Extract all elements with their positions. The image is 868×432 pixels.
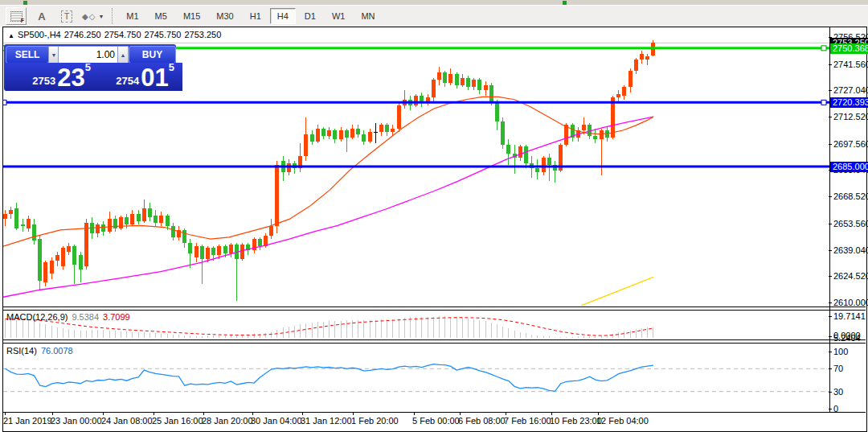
time-label: 24 Jan 08:00 (101, 416, 153, 426)
timeframe-button-m5[interactable]: M5 (148, 8, 174, 24)
sell-price-display[interactable]: 2753 23 5 (6, 63, 97, 91)
sell-price-prefix: 2753 (32, 73, 55, 89)
time-tick (551, 412, 552, 415)
axis-tick (829, 316, 832, 317)
timeframe-button-h4[interactable]: H4 (270, 8, 296, 24)
time-label: 12 Feb 04:00 (596, 416, 649, 426)
time-tick (203, 412, 204, 415)
timeframe-button-m1[interactable]: M1 (119, 8, 145, 24)
text-label-icon[interactable]: T (57, 8, 76, 24)
axis-label: 2712.520 (833, 112, 868, 121)
axis-tick (829, 90, 832, 91)
sell-price-pip: 5 (85, 63, 91, 72)
font-icon[interactable]: A (32, 8, 51, 24)
time-tick (302, 412, 303, 415)
pane-divider[interactable] (2, 339, 866, 340)
chevron-down-icon: ▼ (98, 14, 104, 19)
line-handle[interactable] (3, 100, 6, 105)
line-price-box: 2750.368 (830, 43, 868, 54)
time-tick (460, 412, 461, 415)
rsi-label: RSI(14)76.0078 (6, 346, 73, 356)
timeframe-button-w1[interactable]: W1 (325, 8, 353, 24)
sell-button[interactable]: SELL (6, 46, 49, 64)
timeframe-button-mn[interactable]: MN (354, 8, 382, 24)
trendline[interactable] (581, 277, 653, 305)
time-tick (103, 412, 104, 415)
axis-tick (829, 64, 832, 65)
ma-slow-line[interactable] (3, 117, 653, 297)
timeframe-button-d1[interactable]: D1 (297, 8, 323, 24)
rsi-indicator-canvas[interactable] (3, 344, 829, 412)
chart-toolbar: F A T ◆◇ ▼ M1M5M15M30H1H4D1W1MN (0, 6, 868, 27)
line-handle[interactable] (821, 46, 826, 51)
time-tick (598, 412, 599, 415)
time-label: 23 Jan 00:00 (51, 416, 102, 426)
time-tick (353, 412, 354, 415)
timeframe-button-m30[interactable]: M30 (209, 8, 240, 24)
time-tick (414, 412, 415, 415)
rsi-line[interactable] (6, 364, 653, 392)
shapes-icon[interactable]: ◆◇ ▼ (82, 8, 104, 24)
axis-label: 2697.560 (833, 139, 868, 149)
axis-tick (829, 196, 832, 197)
axis-tick (829, 409, 832, 409)
axis-tick (829, 352, 832, 352)
time-label: 6 Feb 08:00 (458, 416, 506, 426)
axis-label: 2668.520 (833, 191, 868, 201)
time-label: 10 Feb 23:00 (550, 416, 602, 426)
sell-price-main: 23 (57, 66, 84, 89)
status-dot (23, 1, 27, 5)
time-label: 5 Feb 00:00 (412, 416, 460, 426)
time-tick (5, 412, 6, 415)
line-price-box: 2685.000 (830, 162, 868, 172)
axis-tick (829, 224, 832, 224)
one-click-trade-panel: SELL ▼ ▲ BUY 2753 23 5 2754 01 5 (4, 44, 176, 91)
axis-tick (829, 368, 832, 369)
time-label: 7 Feb 16:00 (504, 416, 551, 426)
axis-label: 100 (833, 347, 848, 356)
axis-label: 19.7141 (833, 311, 866, 321)
mt4-application: F A T ◆◇ ▼ M1M5M15M30H1H4D1W1MN ▲SP500-,… (0, 0, 868, 432)
time-label: 21 Jan 2019 (3, 416, 52, 426)
axis-tick (829, 336, 832, 337)
axis-label: 2727.040 (833, 85, 868, 95)
timeframe-button-h1[interactable]: H1 (243, 8, 268, 24)
timeframe-buttons: M1M5M15M30H1H4D1W1MN (118, 8, 383, 24)
buy-price-main: 01 (141, 66, 168, 89)
axis-label: 2624.520 (833, 271, 868, 281)
upper-toolbar-remnant (0, 0, 868, 6)
axis-tick (829, 302, 832, 303)
buy-price-display[interactable]: 2754 01 5 (92, 63, 182, 91)
status-dot (563, 1, 567, 5)
template-f-label: F (21, 18, 24, 23)
macd-label: MACD(12,26,9)9.53843.7099 (6, 312, 130, 322)
buy-price-pip: 5 (169, 63, 174, 72)
line-handle[interactable] (821, 100, 826, 105)
axis-tick (829, 392, 832, 393)
toolbar-separator (112, 8, 113, 24)
axis-label: 2639.040 (833, 245, 868, 255)
time-tick (154, 412, 154, 415)
time-label: 25 Jan 16:00 (152, 416, 203, 426)
axis-label: 30 (833, 387, 843, 397)
time-tick (252, 412, 253, 415)
axis-tick (829, 276, 832, 277)
time-label: 1 Feb 20:00 (351, 416, 399, 426)
ma-fast-line[interactable] (3, 97, 653, 246)
time-tick (52, 412, 53, 415)
price-axis-separator (829, 27, 830, 413)
axis-label: 2653.560 (833, 219, 868, 228)
volume-increment-button[interactable]: ▲ (117, 46, 129, 64)
pane-divider (2, 343, 866, 344)
axis-tick (829, 250, 832, 251)
timeframe-button-m15[interactable]: M15 (176, 8, 207, 24)
axis-label: 70 (833, 364, 843, 373)
chart-template-icon[interactable]: F (6, 7, 27, 25)
pane-divider[interactable] (2, 307, 866, 307)
buy-price-prefix: 2754 (116, 73, 139, 89)
time-label: 31 Jan 12:00 (301, 416, 352, 426)
axis-label: 5.2404 (833, 333, 861, 343)
time-label: 30 Jan 04:00 (251, 416, 302, 426)
time-tick (506, 412, 506, 415)
line-price-box: 2720.393 (830, 97, 868, 108)
